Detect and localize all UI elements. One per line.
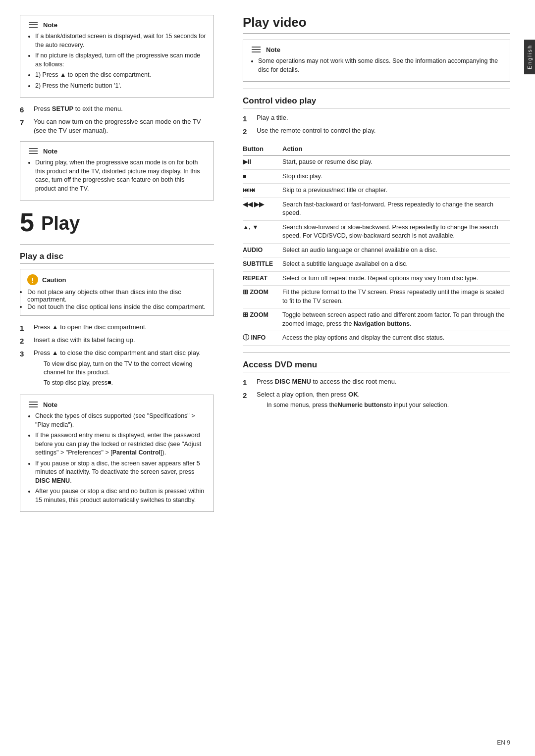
step-6: 6 Press SETUP to exit the menu. [20, 104, 214, 115]
note-item: During play, when the progressive scan m… [35, 158, 207, 193]
control-step-text: Play a title. [257, 113, 510, 124]
note-item: If no picture is displayed, turn off the… [35, 51, 207, 69]
chapter-block: 5 Play [20, 207, 214, 235]
caution-header: ! Caution [27, 274, 207, 285]
note-label-2: Note [43, 148, 57, 155]
table-cell-button: ■ [243, 169, 282, 184]
table-cell-action: Skip to a previous/next title or chapter… [282, 184, 510, 198]
right-col: Play video Note Some operations may not … [228, 0, 535, 756]
side-tab: English [524, 40, 535, 74]
step-sub-bullets: To view disc play, turn on the TV to the… [34, 360, 214, 388]
note-item: 2) Press the Numeric button '1'. [35, 82, 207, 91]
table-cell-button: ⊞ ZOOM [243, 286, 282, 308]
table-cell-button: SUBTITLE [243, 257, 282, 272]
table-cell-action: Access the play options and display the … [282, 331, 510, 346]
table-row: AUDIOSelect an audio language or channel… [243, 243, 510, 257]
control-step-text: Use the remote control to control the pl… [257, 126, 510, 137]
table-row: ▶IIStart, pause or resume disc play. [243, 155, 510, 170]
page-footer: EN 9 [497, 739, 510, 746]
play-a-disc-title: Play a disc [20, 252, 214, 264]
table-row: ⓘ INFOAccess the play options and displa… [243, 331, 510, 346]
step-num: 3 [20, 349, 31, 389]
table-cell-action: Search slow-forward or slow-backward. Pr… [282, 220, 510, 243]
step-text: Press ▲ to close the disc compartment an… [34, 349, 214, 389]
chapter-title: Play [41, 209, 80, 234]
table-cell-button: ⓘ INFO [243, 331, 282, 346]
table-cell-action: Toggle between screen aspect ratio and d… [282, 308, 510, 331]
dvd-steps: 1 Press DISC MENU to access the disc roo… [243, 377, 510, 411]
caution-list: Do not place any objects other than disc… [27, 288, 207, 310]
note-header-2: Note [27, 147, 207, 155]
sub-bullet-item: To stop disc play, press ■. [44, 379, 214, 388]
caution-icon: ! [27, 274, 38, 285]
table-cell-button: ▲, ▼ [243, 220, 282, 243]
caution-label: Caution [42, 276, 66, 284]
table-cell-action: Start, pause or resume disc play. [282, 155, 510, 170]
dvd-step-2: 2 Select a play option, then press OK. I… [243, 390, 510, 411]
table-body: ▶IIStart, pause or resume disc play.■Sto… [243, 155, 510, 346]
table-row: ▲, ▼Search slow-forward or slow-backward… [243, 220, 510, 243]
play-video-title: Play video [243, 15, 510, 34]
note-item: If the password entry menu is displayed,… [35, 431, 207, 457]
caution-item: Do not touch the disc optical lens insid… [27, 303, 207, 310]
dvd-step-text: Select a play option, then press OK. In … [257, 390, 510, 411]
play-video-note: Note Some operations may not work with s… [243, 40, 510, 82]
table-cell-action: Stop disc play. [282, 169, 510, 184]
play-step-1: 1 Press ▲ to open the disc compartment. [20, 323, 214, 333]
step-num-6: 6 [20, 104, 31, 115]
table-cell-button: ◀◀ ▶▶ [243, 198, 282, 220]
table-cell-action: Select an audio language or channel avai… [282, 243, 510, 257]
dvd-sub-bullets: In some menus, press the Numeric buttons… [257, 401, 510, 410]
table-cell-button: ⏮⏭ [243, 184, 282, 198]
note-box-2: Note During play, when the progressive s… [20, 141, 214, 201]
play-video-note-list: Some operations may not work with some d… [250, 57, 503, 74]
note-item: 1) Press ▲ to open the disc compartment. [35, 71, 207, 80]
table-row: ■Stop disc play. [243, 169, 510, 184]
control-step-num: 2 [243, 126, 254, 137]
dvd-step-num: 1 [243, 377, 254, 388]
step-num-7: 7 [20, 117, 31, 135]
step-7: 7 You can now turn on the progressive sc… [20, 117, 214, 135]
step-num: 1 [20, 323, 31, 333]
left-col: Note If a blank/distorted screen is disp… [0, 0, 228, 756]
note-item: If you pause or stop a disc, the screen … [35, 459, 207, 486]
play-video-note-header: Note [250, 45, 503, 54]
divider-dvd [243, 353, 510, 353]
step-text: Press ▲ to open the disc compartment. [34, 323, 214, 333]
caution-box: ! Caution Do not place any objects other… [20, 269, 214, 316]
table-cell-action: Fit the picture format to the TV screen.… [282, 286, 510, 308]
note-icon-2 [27, 147, 39, 155]
step-text-7: You can now turn on the progressive scan… [34, 117, 214, 135]
note-item: Check the types of discs supported (see … [35, 412, 207, 429]
control-steps: 1 Play a title. 2 Use the remote control… [243, 113, 510, 137]
table-cell-button: AUDIO [243, 243, 282, 257]
note-list-2: During play, when the progressive scan m… [27, 158, 207, 193]
play-video-note-icon [250, 45, 262, 54]
play-step-2: 2 Insert a disc with its label facing up… [20, 336, 214, 346]
side-tab-label: English [527, 45, 533, 69]
col-action: Action [282, 143, 510, 155]
page-container: English Note If a blank/distorted screen… [0, 0, 535, 756]
divider-right [243, 89, 510, 89]
note-box-3: Note Check the types of discs supported … [20, 395, 214, 512]
table-row: SUBTITLESelect a subtitle language avail… [243, 257, 510, 272]
note-label-1: Note [43, 21, 57, 29]
step-text: Insert a disc with its label facing up. [34, 336, 214, 346]
sub-bullet-item: To view disc play, turn on the TV to the… [44, 360, 214, 377]
control-step-num: 1 [243, 113, 254, 124]
chapter-number: 5 [20, 209, 34, 235]
play-video-note-label: Note [266, 46, 280, 53]
table-row: ⊞ ZOOMToggle between screen aspect ratio… [243, 308, 510, 331]
control-step-1: 1 Play a title. [243, 113, 510, 124]
caution-item: Do not place any objects other than disc… [27, 288, 207, 303]
play-step-3: 3 Press ▲ to close the disc compartment … [20, 349, 214, 389]
table-row: ⊞ ZOOMFit the picture format to the TV s… [243, 286, 510, 308]
steps-6-7: 6 Press SETUP to exit the menu. 7 You ca… [20, 104, 214, 135]
note-item: After you pause or stop a disc and no bu… [35, 487, 207, 504]
control-step-2: 2 Use the remote control to control the … [243, 126, 510, 137]
table-row: ⏮⏭Skip to a previous/next title or chapt… [243, 184, 510, 198]
dvd-step-num: 2 [243, 390, 254, 411]
table-row: REPEATSelect or turn off repeat mode. Re… [243, 271, 510, 286]
access-dvd-title: Access DVD menu [243, 360, 510, 372]
note-item: If a blank/distorted screen is displayed… [35, 32, 207, 50]
